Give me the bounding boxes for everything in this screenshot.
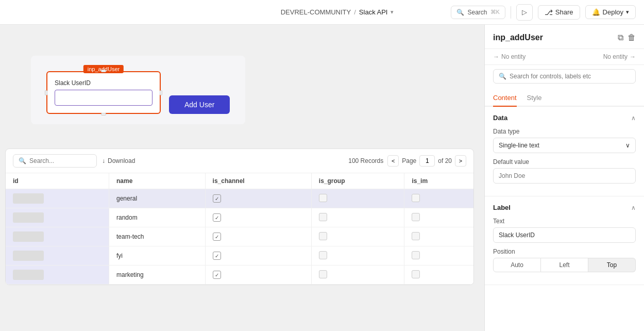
resize-handle-bottom[interactable]: [101, 113, 106, 115]
cell-id: [6, 208, 109, 227]
cell-is-channel: ✓: [205, 266, 311, 285]
position-left-button[interactable]: Left: [541, 258, 588, 272]
col-is-channel: is_channel: [205, 173, 311, 189]
table-row[interactable]: fyi✓: [6, 246, 473, 266]
table-row[interactable]: random✓: [6, 208, 473, 227]
default-value-label: Default value: [493, 158, 636, 166]
label-section-header: Label ∧: [493, 204, 636, 211]
arrow-left-icon: →: [630, 53, 636, 60]
page-dropdown-icon[interactable]: ▾: [391, 9, 394, 15]
panel-header: inp_addUser ⧉ 🗑: [485, 25, 644, 49]
prev-page-button[interactable]: <: [387, 155, 399, 167]
panel-icons: ⧉ 🗑: [618, 33, 636, 42]
data-type-row: Data type Single-line text ∨: [493, 128, 636, 153]
tab-style[interactable]: Style: [527, 90, 542, 106]
search-label: Search: [467, 9, 487, 16]
cell-is-channel: ✓: [205, 208, 311, 227]
deploy-button[interactable]: 🔔 Deploy ▾: [585, 5, 636, 19]
page-label: Page: [402, 157, 416, 164]
page-input[interactable]: [419, 155, 435, 167]
inp-add-user-widget[interactable]: inp_addUser Slack UserID: [46, 71, 161, 114]
add-user-button[interactable]: Add User: [169, 95, 230, 114]
search-icon: 🔍: [499, 73, 506, 80]
entity-row: → No entity No entity →: [485, 49, 644, 65]
cell-is-group: [311, 246, 404, 266]
cell-is-group: [311, 227, 404, 246]
resize-handle-top[interactable]: [101, 70, 106, 72]
cell-id: [6, 266, 109, 285]
tabs-row: Content Style: [485, 90, 644, 107]
cell-is-channel: ✓: [205, 246, 311, 266]
col-is-im: is_im: [404, 173, 473, 189]
position-buttons: Auto Left Top: [493, 258, 636, 272]
tab-content[interactable]: Content: [493, 90, 517, 107]
search-input[interactable]: [29, 157, 91, 164]
records-info: 100 Records < Page of 20 >: [348, 155, 466, 167]
chevron-down-icon: ∨: [625, 142, 630, 149]
widget-row: inp_addUser Slack UserID Add User: [46, 71, 230, 114]
col-id: id: [6, 173, 109, 189]
play-button[interactable]: ▷: [516, 4, 533, 21]
label-section-chevron-icon[interactable]: ∧: [631, 204, 636, 211]
field-label-text: Slack UserID: [55, 79, 152, 87]
field-wrapper: inp_addUser Slack UserID: [46, 71, 161, 114]
cell-is-im: [404, 189, 473, 208]
label-text-input[interactable]: [493, 227, 636, 243]
resize-handle-left[interactable]: [45, 90, 47, 95]
default-value-input[interactable]: [493, 168, 636, 184]
entity-left-label: No entity: [501, 53, 526, 60]
data-section-header: Data ∧: [493, 114, 636, 122]
project-name: DEVREL-COMMUNITY: [281, 8, 351, 16]
play-icon: ▷: [522, 8, 527, 16]
cell-is-group: [311, 266, 404, 285]
topbar: DEVREL-COMMUNITY / Slack API ▾ 🔍 Search …: [0, 0, 644, 25]
delete-icon-button[interactable]: 🗑: [628, 33, 636, 42]
main: inp_addUser Slack UserID Add User 🔍: [0, 25, 644, 331]
position-top-button[interactable]: Top: [588, 258, 636, 272]
label-section: Label ∧ Text Position Auto Left Top: [485, 196, 644, 285]
table-search-box[interactable]: 🔍: [13, 154, 97, 168]
data-section-chevron-icon[interactable]: ∧: [631, 114, 636, 122]
download-button[interactable]: ↓ Download: [102, 157, 135, 164]
deploy-chevron-icon: ▾: [626, 9, 629, 15]
cell-is-im: [404, 266, 473, 285]
download-icon: ↓: [102, 157, 105, 164]
records-count: 100 Records: [348, 157, 383, 164]
data-section-title: Data: [493, 114, 507, 122]
cell-is-channel: ✓: [205, 189, 311, 208]
cell-is-channel: ✓: [205, 227, 311, 246]
cell-is-group: [311, 208, 404, 227]
position-auto-button[interactable]: Auto: [493, 258, 541, 272]
table-row[interactable]: team-tech✓: [6, 227, 473, 246]
table-row[interactable]: general✓: [6, 189, 473, 208]
cell-id: [6, 189, 109, 208]
page-total: of 20: [438, 157, 452, 164]
cell-is-im: [404, 208, 473, 227]
resize-handle-right[interactable]: [160, 90, 162, 95]
search-button[interactable]: 🔍 Search ⌘K: [451, 6, 505, 19]
share-button[interactable]: ⎇ Share: [538, 5, 580, 20]
right-panel: inp_addUser ⧉ 🗑 → No entity No entity → …: [484, 25, 644, 331]
entity-left: → No entity: [493, 53, 526, 60]
cell-name: marketing: [109, 266, 206, 285]
data-type-label: Data type: [493, 128, 636, 135]
position-row: Position Auto Left Top: [493, 248, 636, 272]
panel-search-box[interactable]: 🔍: [493, 69, 636, 84]
slack-userid-input[interactable]: [55, 90, 152, 106]
canvas: inp_addUser Slack UserID Add User 🔍: [0, 25, 484, 331]
data-type-select[interactable]: Single-line text ∨: [493, 138, 636, 153]
entity-right: No entity →: [603, 53, 636, 60]
position-label: Position: [493, 248, 636, 255]
copy-icon-button[interactable]: ⧉: [618, 33, 623, 42]
table-row[interactable]: marketing✓: [6, 266, 473, 285]
next-page-button[interactable]: >: [455, 155, 466, 167]
panel-search-input[interactable]: [510, 73, 630, 80]
cell-id: [6, 227, 109, 246]
cell-name: fyi: [109, 246, 206, 266]
download-label: Download: [108, 157, 135, 164]
col-name: name: [109, 173, 206, 189]
data-table: id name is_channel is_group is_im genera…: [6, 173, 473, 285]
cell-is-group: [311, 189, 404, 208]
col-is-group: is_group: [311, 173, 404, 189]
table-toolbar: 🔍 ↓ Download 100 Records < Page of 20 >: [6, 149, 473, 173]
